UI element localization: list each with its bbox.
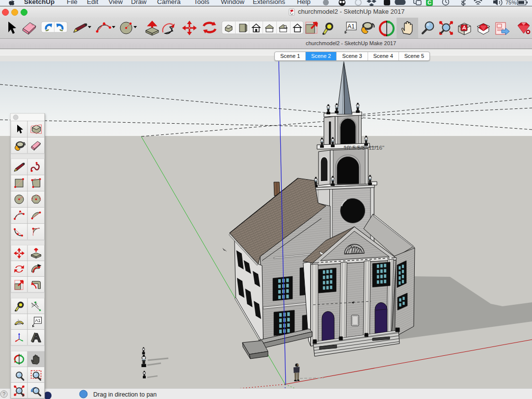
svg-text:C: C [427, 0, 431, 5]
svg-text:75%: 75% [505, 0, 516, 5]
svg-text:?: ? [2, 391, 5, 397]
svg-text:A1: A1 [347, 23, 355, 30]
svg-text:10' 5 5/8" 11/16": 10' 5 5/8" 11/16" [344, 145, 384, 151]
svg-text:A1: A1 [35, 318, 41, 323]
